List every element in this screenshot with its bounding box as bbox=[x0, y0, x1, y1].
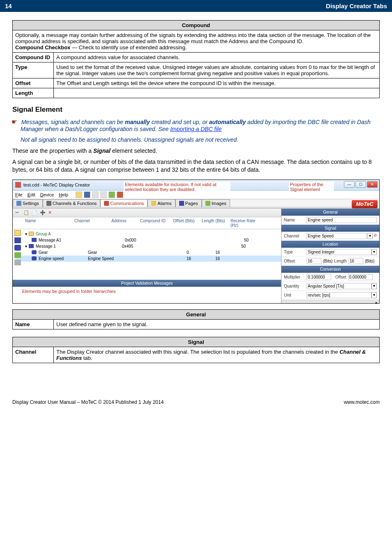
row-offset-label: Offset bbox=[13, 78, 54, 88]
prop-type: Type ▾ bbox=[281, 248, 379, 257]
row-length-text bbox=[54, 88, 380, 98]
callout-props: Properties of the Signal element bbox=[289, 182, 334, 192]
scroll-right-icon[interactable]: ▸ bbox=[374, 300, 379, 303]
tree-engine-speed[interactable]: Engine speed Engine Speed 16 16 bbox=[15, 256, 281, 262]
compound-checkbox-text: — Check to identify use of extended addr… bbox=[70, 44, 187, 51]
tab-settings[interactable]: Settings bbox=[13, 199, 43, 207]
gutter-folder-icon[interactable] bbox=[14, 230, 21, 236]
page-header: 14 Display Creator Tabs bbox=[0, 0, 392, 12]
importing-dbc-link[interactable]: Importing a DBC file bbox=[170, 126, 221, 132]
tabs-row: Settings Channels & Functions Communicat… bbox=[13, 199, 352, 207]
left-pane: ✂ 📋 📄 ➕ ✕ Name Channel Address Compound … bbox=[13, 209, 281, 303]
gutter-other-icon[interactable] bbox=[14, 260, 21, 265]
cut-icon[interactable]: ✂ bbox=[15, 210, 21, 216]
compound-title: Compound bbox=[13, 21, 380, 30]
menu-edit[interactable]: Edit bbox=[28, 192, 35, 197]
properties-panel: General Name Signal Channel ▾ ⊘ bbox=[281, 209, 379, 303]
name-field[interactable] bbox=[307, 217, 377, 223]
tree-gear[interactable]: Gear Gear 0 16 bbox=[15, 249, 281, 256]
page-number: 14 bbox=[5, 2, 12, 9]
row-compound-id-text: A compound address value for associated … bbox=[54, 53, 380, 62]
compound-checkbox-label: Compound Checkbox bbox=[15, 44, 70, 51]
tab-communications[interactable]: Communications bbox=[100, 199, 148, 207]
header-title: Display Creator Tabs bbox=[326, 2, 387, 9]
channel-clear-icon[interactable]: ⊘ bbox=[374, 233, 377, 239]
channel-dropdown-icon[interactable]: ▾ bbox=[367, 233, 373, 239]
tab-channels[interactable]: Channels & Functions bbox=[43, 199, 101, 207]
callout-grouped: Elements may be grouped in folder hierar… bbox=[21, 288, 117, 294]
prop-multiplier: Multiplier Offset bbox=[281, 273, 379, 282]
type-dropdown-icon[interactable]: ▾ bbox=[371, 249, 377, 255]
tab-alarms[interactable]: Alarms bbox=[148, 199, 175, 207]
type-field[interactable] bbox=[307, 249, 371, 255]
gutter-channel-icon[interactable] bbox=[14, 252, 21, 258]
paste-icon[interactable]: 📄 bbox=[32, 210, 37, 216]
qty-dropdown-icon[interactable]: ▾ bbox=[371, 283, 377, 289]
add-icon[interactable]: ➕ bbox=[40, 210, 46, 216]
message-icon bbox=[32, 238, 37, 242]
comms-icon bbox=[104, 201, 109, 206]
prop-signal-header[interactable]: Signal bbox=[281, 225, 379, 232]
open-icon[interactable] bbox=[76, 191, 82, 198]
tree-group[interactable]: ▾ Group A bbox=[15, 231, 281, 237]
row-type-text: Used to set the format of the received v… bbox=[54, 62, 380, 78]
save-icon[interactable] bbox=[84, 191, 90, 198]
prop-name: Name bbox=[281, 216, 379, 225]
tab-pages[interactable]: Pages bbox=[175, 199, 202, 207]
prop-unit: Unit ▾ bbox=[281, 291, 379, 300]
row-type-label: Type bbox=[13, 62, 54, 78]
prop-location-header[interactable]: Location bbox=[281, 241, 379, 248]
callout-elements: Elements available for inclusion. If not… bbox=[124, 182, 231, 192]
multiplier-field[interactable] bbox=[307, 274, 331, 280]
bell-icon bbox=[151, 201, 156, 206]
prop-channel: Channel ▾ ⊘ bbox=[281, 232, 379, 241]
prop-quantity: Quantity ▾ bbox=[281, 282, 379, 291]
receive-icon[interactable] bbox=[117, 191, 123, 198]
row-length-label: Length bbox=[13, 88, 54, 98]
row-compound-id-label: Compound ID bbox=[13, 53, 54, 62]
compound-intro-cell: Optionally, a message may contain furthe… bbox=[13, 30, 380, 53]
prop-conversion-header[interactable]: Conversion bbox=[281, 266, 379, 273]
offset-field[interactable] bbox=[307, 258, 321, 264]
unit-dropdown-icon[interactable]: ▾ bbox=[371, 292, 377, 298]
signal-icon bbox=[32, 256, 37, 260]
redo-icon[interactable] bbox=[100, 191, 107, 198]
quantity-field[interactable] bbox=[307, 283, 371, 289]
tree[interactable]: ▾ Group A Message A1 0x000 50 bbox=[13, 229, 281, 263]
send-icon[interactable] bbox=[108, 191, 115, 198]
unit-field[interactable] bbox=[307, 292, 371, 298]
copy-icon[interactable]: 📋 bbox=[23, 210, 29, 216]
menu-help[interactable]: Help bbox=[59, 192, 68, 197]
gutter-signal-icon[interactable] bbox=[14, 245, 21, 251]
signal-element-heading: Signal Element bbox=[12, 106, 380, 114]
delete-icon[interactable]: ✕ bbox=[48, 210, 54, 216]
compound-table: Compound Optionally, a message may conta… bbox=[12, 20, 380, 98]
offset2-field[interactable] bbox=[348, 274, 373, 280]
grid-header: Name Channel Address Compound ID Offset … bbox=[13, 217, 281, 229]
app-screenshot: test.cdd - MoTeC Display Creator — ☐ ✕ F… bbox=[12, 180, 380, 304]
undo-icon[interactable] bbox=[92, 191, 99, 198]
prop-offset-length: Offset (Bits) Length (Bits) bbox=[281, 257, 379, 266]
para-2: A signal can be a single bit, or number … bbox=[12, 158, 380, 174]
footer-left: Display Creator User Manual – MoTeC © 20… bbox=[12, 399, 164, 405]
tab-images[interactable]: Images bbox=[202, 199, 230, 207]
validation-messages-header[interactable]: Project Validation Messages bbox=[13, 280, 281, 287]
window-title: test.cdd - MoTeC Display Creator bbox=[23, 182, 90, 187]
close-button[interactable]: ✕ bbox=[367, 181, 378, 188]
minimize-button[interactable]: — bbox=[344, 181, 355, 188]
length-field[interactable] bbox=[348, 258, 363, 264]
menu-device[interactable]: Device bbox=[40, 192, 54, 197]
page-footer: Display Creator User Manual – MoTeC © 20… bbox=[0, 387, 392, 413]
gutter-msg-icon[interactable] bbox=[14, 237, 21, 243]
pointer-icon: ☛ bbox=[12, 118, 20, 126]
general-name-label: Name bbox=[13, 319, 54, 329]
maximize-button[interactable]: ☐ bbox=[355, 181, 366, 188]
tree-msg-a1[interactable]: Message A1 0x000 50 bbox=[15, 237, 281, 243]
prop-general-header[interactable]: General bbox=[281, 209, 379, 216]
general-table: General Name User defined name given to … bbox=[12, 309, 380, 329]
channel-field[interactable] bbox=[307, 233, 367, 239]
menu-file[interactable]: File bbox=[15, 192, 23, 197]
message-icon bbox=[29, 244, 34, 248]
signal-table: Signal Channel The Display Creator chann… bbox=[12, 337, 380, 363]
tree-msg-1[interactable]: ▾ Message 1 0x495 50 bbox=[15, 243, 281, 249]
